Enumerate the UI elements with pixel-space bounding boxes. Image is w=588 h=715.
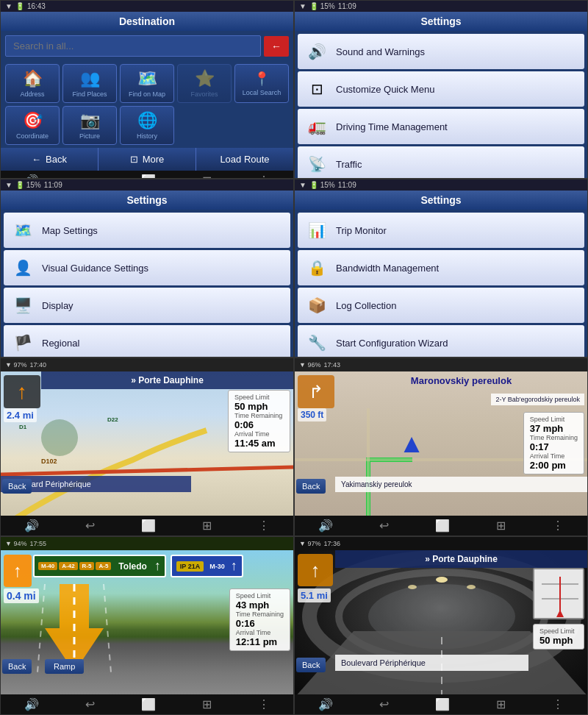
coordinate-item[interactable]: 🎯 Coordinate	[5, 106, 60, 145]
signal-s2: ▼	[5, 181, 12, 189]
regional-icon: 🏴	[11, 331, 35, 355]
trip-monitor-label: Trip Monitor	[336, 225, 387, 236]
signal-icon: ▼	[5, 2, 12, 10]
time-s1: 11:09	[338, 2, 356, 10]
volume-tn-icon[interactable]: 🔊	[318, 697, 333, 711]
config-wizard-icon: 🔧	[305, 331, 329, 355]
battery-s1: 🔋 15%	[309, 2, 335, 10]
tn-speed-label: Speed Limit	[539, 627, 578, 635]
bandwidth-item[interactable]: 🔒 Bandwidth Management	[298, 250, 584, 285]
time-n2: 17:43	[323, 361, 340, 369]
more-icon: ⊡	[130, 154, 138, 165]
settings-title-2: Settings	[1, 191, 293, 210]
tn-direction: » Porte Dauphine	[335, 550, 587, 568]
driving-time-icon: 🚛	[305, 115, 329, 138]
log-collection-item[interactable]: 📦 Log Collection	[298, 288, 584, 323]
signal-s3: ▼	[299, 181, 306, 189]
local-search-item[interactable]: 📍 Local Search	[234, 64, 289, 103]
apps-tn-icon[interactable]: ⊞	[496, 697, 506, 711]
customize-menu-item[interactable]: ⊡ Customize Quick Menu	[298, 71, 584, 107]
history-label: History	[137, 132, 157, 140]
menu-tn-icon[interactable]: ⋮	[552, 697, 564, 711]
back-n2-icon[interactable]: ↩	[379, 519, 389, 533]
status-bar-s2: ▼ 🔋 15% 11:09	[1, 179, 293, 191]
apps-hw-icon[interactable]: ⊞	[202, 697, 212, 711]
back-n1-icon[interactable]: ↩	[85, 519, 95, 533]
hw-back-button[interactable]: Back	[2, 659, 32, 674]
favorites-item[interactable]: ⭐ Favorites	[177, 64, 232, 103]
hw-badge-m30: M-30	[206, 561, 229, 572]
load-route-button[interactable]: Load Route	[196, 148, 293, 171]
svg-point-16	[467, 585, 476, 589]
driving-time-item[interactable]: 🚛 Driving Time Management	[298, 109, 584, 144]
apps-n2-icon[interactable]: ⊞	[496, 519, 506, 533]
hw-badge-a42: A-42	[59, 562, 77, 570]
volume-n1-icon[interactable]: 🔊	[24, 519, 39, 533]
nav2-position-arrow: ▲	[398, 428, 425, 459]
traffic-item[interactable]: 📡 Traffic	[298, 146, 584, 179]
bandwidth-icon: 🔒	[305, 256, 329, 280]
config-wizard-item[interactable]: 🔧 Start Configuration Wizard	[298, 325, 584, 358]
address-item[interactable]: 🏠 Address	[5, 64, 60, 103]
signal-s1: ▼	[299, 2, 306, 10]
regional-item[interactable]: 🏴 Regional	[4, 325, 290, 358]
display-item[interactable]: 🖥️ Display	[4, 288, 290, 323]
time-remaining-label: Time Remaining	[234, 412, 284, 419]
picture-item[interactable]: 📷 Picture	[62, 106, 117, 145]
volume-n2-icon[interactable]: 🔊	[318, 519, 333, 533]
find-map-label: Find on Map	[129, 90, 165, 98]
find-places-item[interactable]: 👥 Find Places	[62, 64, 117, 103]
tn-back-button[interactable]: Back	[296, 658, 326, 672]
visual-guidance-item[interactable]: 👤 Visual Guidance Settings	[4, 250, 290, 285]
nav2-back-button[interactable]: Back	[296, 479, 326, 494]
search-clear-button[interactable]: ←	[264, 36, 289, 57]
nav-panel-2: ▼ 96% 17:43 Maronovskiy pereulok ↱ 350 f…	[294, 358, 588, 536]
settings-list-3: 📊 Trip Monitor 🔒 Bandwidth Management 📦 …	[295, 210, 587, 358]
search-input[interactable]	[5, 35, 261, 57]
status-bar-s3: ▼ 🔋 15% 11:09	[295, 179, 587, 191]
hw-badge-r5: R-5	[79, 562, 95, 570]
nav1-back-button[interactable]: Back	[2, 479, 32, 494]
home-nav-icon[interactable]: ⬜	[141, 174, 156, 179]
home-n1-icon[interactable]: ⬜	[141, 519, 156, 533]
volume-icon[interactable]: 🔊	[24, 174, 39, 179]
back-nav-icon[interactable]: ↩	[85, 174, 95, 179]
home-n2-icon[interactable]: ⬜	[435, 519, 450, 533]
favorites-icon: ⭐	[195, 69, 215, 88]
menu-hw-icon[interactable]: ⋮	[258, 697, 270, 711]
hw-arrival-value: 12:11 pm	[236, 636, 284, 647]
trip-monitor-item[interactable]: 📊 Trip Monitor	[298, 213, 584, 248]
nav2-turn-arrow: ↱	[298, 375, 334, 408]
display-icon: 🖥️	[11, 294, 35, 317]
home-hw-icon[interactable]: ⬜	[141, 697, 156, 711]
menu-n1-icon[interactable]: ⋮	[258, 519, 270, 533]
back-button[interactable]: ← Back	[1, 148, 98, 171]
tn-speed-value: 50 mph	[539, 635, 578, 646]
picture-label: Picture	[79, 132, 100, 140]
home-tn-icon[interactable]: ⬜	[435, 697, 450, 711]
sound-warnings-item[interactable]: 🔊 Sound and Warnings	[298, 34, 584, 69]
address-icon: 🏠	[23, 69, 43, 88]
apps-n1-icon[interactable]: ⊞	[202, 519, 212, 533]
hw-ramp-button[interactable]: Ramp	[45, 659, 84, 674]
apps-nav-icon[interactable]: ⊞	[202, 174, 212, 179]
history-icon: 🌐	[137, 111, 157, 130]
menu-nav-icon[interactable]: ⋮	[258, 174, 270, 179]
time-remaining-value: 0:06	[234, 419, 284, 430]
back-hw-icon[interactable]: ↩	[85, 697, 95, 711]
time-s2: 11:09	[44, 181, 62, 189]
traffic-label: Traffic	[336, 159, 362, 170]
status-bar-s1: ▼ 🔋 15% 11:09	[295, 1, 587, 12]
volume-hw-icon[interactable]: 🔊	[24, 697, 39, 711]
nav2-info-box: Speed Limit 37 mph Time Remaining 0:17 A…	[523, 412, 584, 474]
find-map-item[interactable]: 🗺️ Find on Map	[120, 64, 174, 103]
history-item[interactable]: 🌐 History	[120, 106, 174, 145]
menu-n2-icon[interactable]: ⋮	[552, 519, 564, 533]
regional-label: Regional	[42, 338, 79, 349]
back-tn-icon[interactable]: ↩	[379, 697, 389, 711]
map-settings-item[interactable]: 🗺️ Map Settings	[4, 213, 290, 248]
more-button[interactable]: ⊡ More	[98, 148, 196, 171]
settings-list-2: 🗺️ Map Settings 👤 Visual Guidance Settin…	[1, 210, 293, 358]
nav2-street2: 2-Y Bab'egorodskiy pereulok	[491, 394, 584, 405]
signal-n1: ▼ 97%	[5, 361, 26, 369]
